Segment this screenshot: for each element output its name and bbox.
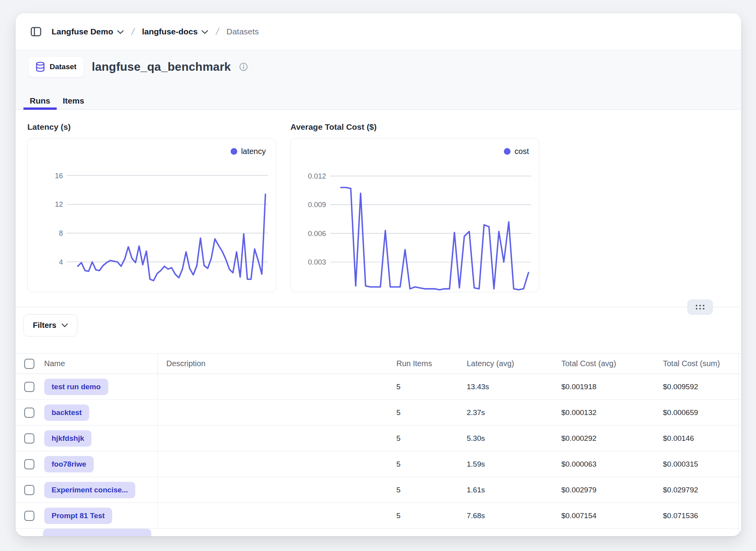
cell-description bbox=[158, 400, 395, 426]
cell-total-cost-sum: $0.000659 bbox=[661, 400, 740, 426]
tab-bar: Runs Items bbox=[23, 92, 90, 110]
run-name-pill[interactable]: Prompt 81 Test bbox=[44, 508, 112, 524]
column-header-total-cost-sum[interactable]: Total Cost (sum) bbox=[661, 354, 740, 374]
project-label: langfuse-docs bbox=[142, 27, 197, 36]
table-row[interactable]: foo78riwe51.59s$0.000063$0.000315 bbox=[16, 451, 740, 477]
cell-run-items: 5 bbox=[395, 426, 465, 451]
tab-runs[interactable]: Runs bbox=[23, 92, 57, 110]
cost-chart-card: 0.0120.0090.0060.003 cost bbox=[290, 138, 539, 292]
breadcrumb-item-org[interactable]: Langfuse Demo bbox=[52, 27, 124, 36]
select-all-checkbox[interactable] bbox=[24, 359, 34, 369]
dataset-badge: Dataset bbox=[28, 56, 84, 77]
legend-label: latency bbox=[241, 147, 266, 156]
legend-label: cost bbox=[514, 147, 529, 156]
cost-line-plot: 0.0120.0090.0060.003 bbox=[291, 138, 539, 292]
latency-chart-legend: latency bbox=[231, 147, 266, 156]
row-checkbox[interactable] bbox=[24, 485, 34, 495]
latency-chart-title: Latency (s) bbox=[27, 122, 276, 132]
runs-table: Name Description Run Items Latency (avg)… bbox=[16, 353, 741, 536]
cell-total-cost-avg: $0.000063 bbox=[560, 451, 661, 477]
row-checkbox[interactable] bbox=[24, 511, 34, 521]
charts-section: Latency (s) 161284 latency Average Total… bbox=[16, 110, 741, 307]
column-header-latency-avg[interactable]: Latency (avg) bbox=[465, 354, 560, 374]
breadcrumb-item-page[interactable]: Datasets bbox=[226, 27, 259, 36]
filters-button[interactable]: Filters bbox=[23, 314, 77, 336]
cell-run-items: 5 bbox=[395, 477, 465, 503]
tab-items[interactable]: Items bbox=[57, 92, 91, 110]
info-icon[interactable] bbox=[239, 62, 248, 72]
breadcrumb-item-project[interactable]: langfuse-docs bbox=[142, 27, 208, 36]
cell-total-cost-avg: $0.000292 bbox=[560, 426, 661, 451]
cell-total-cost-sum: $0.029792 bbox=[661, 477, 740, 503]
cell-total-cost-avg: $0.002979 bbox=[560, 477, 661, 503]
table-row[interactable]: Experiment concise...51.61s$0.002979$0.0… bbox=[16, 477, 740, 503]
cost-chart-title: Average Total Cost ($) bbox=[290, 122, 539, 132]
table-row[interactable]: test run demo513.43s$0.001918$0.009592 bbox=[16, 374, 740, 400]
column-header-name[interactable]: Name bbox=[43, 354, 158, 374]
sidebar-toggle-icon[interactable] bbox=[28, 24, 44, 39]
latency-chart-block: Latency (s) 161284 latency bbox=[27, 110, 276, 292]
svg-text:0.006: 0.006 bbox=[308, 229, 326, 238]
cell-description bbox=[158, 426, 395, 451]
cell-description bbox=[158, 374, 395, 400]
run-name-pill-clipped bbox=[43, 529, 151, 536]
svg-text:0.003: 0.003 bbox=[308, 258, 326, 266]
dataset-header: Dataset langfuse_qa_benchmark Runs Items bbox=[16, 50, 741, 110]
breadcrumb: Langfuse Demo / langfuse-docs / Datasets bbox=[16, 13, 741, 50]
cell-total-cost-sum: $0.00146 bbox=[661, 426, 740, 451]
svg-text:16: 16 bbox=[55, 172, 63, 180]
cost-chart-legend: cost bbox=[504, 147, 529, 156]
legend-dot bbox=[231, 148, 237, 155]
breadcrumb-separator: / bbox=[215, 26, 220, 37]
column-header-total-cost-avg[interactable]: Total Cost (avg) bbox=[560, 354, 661, 374]
cell-total-cost-avg: $0.001918 bbox=[560, 374, 661, 400]
tab-items-label: Items bbox=[63, 96, 84, 106]
table-row-partial[interactable] bbox=[16, 529, 740, 537]
cell-run-items: 5 bbox=[395, 451, 465, 477]
run-name-pill[interactable]: foo78riwe bbox=[44, 456, 94, 472]
table-row[interactable]: Prompt 81 Test57.68s$0.007154$0.071536 bbox=[16, 503, 740, 529]
run-name-pill[interactable]: backtest bbox=[44, 404, 89, 421]
cell-latency-avg: 1.59s bbox=[465, 451, 560, 477]
tab-runs-label: Runs bbox=[30, 96, 50, 106]
cell-description bbox=[158, 503, 395, 529]
org-label: Langfuse Demo bbox=[52, 27, 113, 36]
svg-text:12: 12 bbox=[55, 200, 63, 208]
chart-line-cost bbox=[341, 188, 528, 290]
breadcrumb-separator: / bbox=[131, 26, 136, 37]
table-row[interactable]: hjkfdshjk55.30s$0.000292$0.00146 bbox=[16, 426, 740, 451]
chevron-down-icon bbox=[201, 30, 208, 34]
legend-dot bbox=[504, 148, 511, 155]
chevron-down-icon bbox=[117, 30, 124, 34]
cell-total-cost-sum: $0.009592 bbox=[661, 374, 740, 400]
page-title: langfuse_qa_benchmark bbox=[92, 60, 231, 73]
column-header-run-items[interactable]: Run Items bbox=[395, 354, 465, 374]
database-icon bbox=[36, 62, 45, 72]
cell-run-items: 5 bbox=[395, 400, 465, 426]
cell-run-items: 5 bbox=[395, 503, 465, 529]
latency-line-plot: 161284 bbox=[28, 138, 276, 292]
cell-latency-avg: 1.61s bbox=[465, 477, 560, 503]
app-window: Langfuse Demo / langfuse-docs / Datasets… bbox=[16, 13, 741, 536]
run-name-pill[interactable]: hjkfdshjk bbox=[44, 430, 91, 447]
run-name-pill[interactable]: test run demo bbox=[44, 379, 108, 395]
cell-latency-avg: 5.30s bbox=[465, 426, 560, 451]
resize-handle[interactable] bbox=[687, 299, 713, 315]
runs-table-section: Filters Name Description Run Items Laten… bbox=[16, 307, 741, 536]
row-checkbox[interactable] bbox=[24, 459, 34, 469]
run-name-pill[interactable]: Experiment concise... bbox=[44, 482, 135, 498]
cell-total-cost-sum: $0.071536 bbox=[661, 503, 740, 529]
table-header-row: Name Description Run Items Latency (avg)… bbox=[16, 354, 740, 374]
filters-button-label: Filters bbox=[33, 321, 56, 330]
svg-text:4: 4 bbox=[59, 258, 63, 266]
cell-total-cost-avg: $0.000132 bbox=[560, 400, 661, 426]
column-header-description[interactable]: Description bbox=[158, 354, 395, 374]
row-checkbox[interactable] bbox=[24, 433, 34, 444]
cell-latency-avg: 2.37s bbox=[465, 400, 560, 426]
row-checkbox[interactable] bbox=[24, 408, 34, 418]
svg-text:0.009: 0.009 bbox=[308, 200, 326, 209]
column-divider bbox=[738, 353, 739, 536]
dataset-badge-label: Dataset bbox=[50, 63, 77, 71]
row-checkbox[interactable] bbox=[24, 382, 34, 392]
table-row[interactable]: backtest52.37s$0.000132$0.000659 bbox=[16, 400, 740, 426]
